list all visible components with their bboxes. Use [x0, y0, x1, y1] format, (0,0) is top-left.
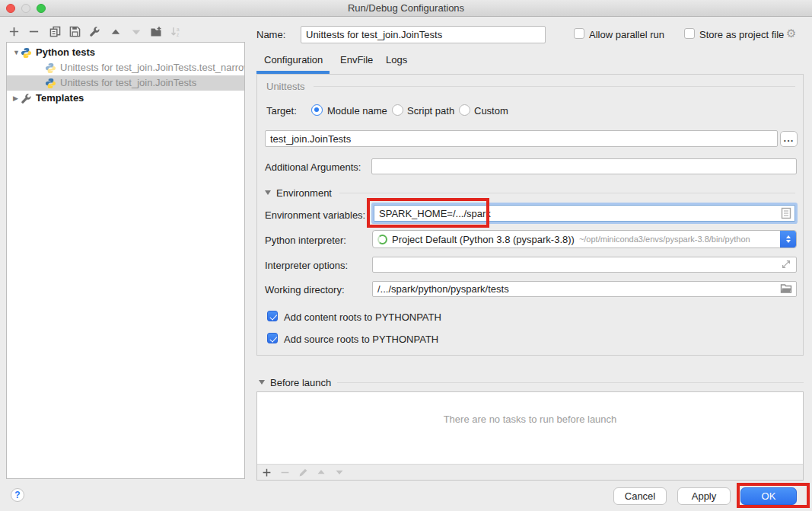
name-label: Name:: [256, 29, 285, 40]
configuration-panel: Unittests Target: Module name Script pat…: [256, 74, 804, 356]
working-directory-label: Working directory:: [265, 284, 345, 295]
browse-variables-icon[interactable]: [781, 207, 791, 222]
configurations-tree: ▼ Python tests Unittests for test_join.J…: [6, 42, 245, 479]
environment-divider: [339, 193, 795, 193]
apply-button[interactable]: Apply: [677, 487, 731, 505]
allow-parallel-run-checkbox[interactable]: [574, 28, 584, 39]
working-directory-input[interactable]: [372, 281, 797, 297]
move-task-down-icon: [330, 468, 349, 477]
move-down-icon: [129, 25, 142, 38]
python-interpreter-label: Python interpreter:: [265, 235, 346, 246]
copy-configuration-icon[interactable]: [49, 25, 62, 38]
before-launch-toolbar: [257, 464, 803, 480]
module-name-input[interactable]: [265, 130, 778, 147]
expand-field-icon[interactable]: [781, 259, 791, 272]
add-configuration-icon[interactable]: [8, 25, 21, 38]
before-launch-header[interactable]: Before launch: [270, 377, 331, 388]
move-task-up-icon: [312, 468, 330, 477]
add-task-icon[interactable]: [257, 468, 275, 477]
collapsed-arrow-icon[interactable]: ▶: [13, 91, 21, 106]
interpreter-options-input[interactable]: [372, 257, 797, 273]
edit-templates-wrench-icon[interactable]: [88, 25, 101, 38]
unittests-group-title: Unittests: [266, 81, 305, 92]
target-custom-radio[interactable]: [459, 104, 470, 116]
svg-text:z: z: [177, 32, 179, 37]
store-as-project-file-label: Store as project file: [699, 29, 784, 40]
combo-stepper-icon[interactable]: [780, 230, 796, 248]
remove-task-icon: [275, 468, 294, 477]
tab-configuration[interactable]: Configuration: [264, 54, 323, 65]
create-folder-icon[interactable]: [149, 25, 162, 38]
python-interpreter-select[interactable]: Project Default (Python 3.8 (pyspark-3.8…: [372, 230, 797, 248]
tab-envfile[interactable]: EnvFile: [340, 54, 373, 65]
target-script-path-label: Script path: [407, 105, 454, 117]
python-icon: [45, 78, 56, 89]
add-source-roots-checkbox[interactable]: [267, 333, 278, 343]
remove-configuration-icon[interactable]: [27, 25, 40, 38]
edit-task-pencil-icon: [294, 468, 312, 477]
python-icon: [21, 47, 32, 59]
expanded-arrow-icon[interactable]: ▼: [13, 45, 21, 60]
help-button[interactable]: ?: [11, 488, 24, 502]
tree-item-label: Unittests for test_join.JoinTests: [60, 75, 196, 91]
title-bar: Run/Debug Configurations: [0, 0, 812, 17]
additional-arguments-input[interactable]: [371, 158, 797, 174]
move-up-icon[interactable]: [109, 25, 122, 38]
target-script-path-radio[interactable]: [392, 104, 403, 116]
add-source-roots-label: Add source roots to PYTHONPATH: [284, 334, 438, 345]
target-module-name-label: Module name: [327, 105, 387, 117]
cancel-button[interactable]: Cancel: [613, 487, 667, 505]
before-launch-divider: [337, 382, 804, 383]
additional-arguments-label: Additional Arguments:: [265, 161, 361, 173]
browse-module-button[interactable]: ...: [780, 131, 798, 147]
folder-icon[interactable]: [780, 283, 792, 296]
save-configuration-icon[interactable]: [68, 25, 81, 38]
add-content-roots-checkbox[interactable]: [267, 311, 278, 321]
run-debug-configurations-dialog: Run/Debug Configurations az ▼ Python tes…: [0, 0, 812, 511]
annotation-box-environment-variables: [367, 198, 489, 228]
environment-variables-label: Environment variables:: [265, 209, 365, 221]
sort-configurations-icon: az: [169, 25, 182, 38]
before-launch-task-list: There are no tasks to run before launch: [256, 391, 804, 481]
before-launch-collapse-arrow-icon[interactable]: [259, 380, 265, 385]
tree-item-label: Python tests: [36, 45, 95, 60]
interpreter-value: Project Default (Python 3.8 (pyspark-3.8…: [392, 234, 575, 245]
gear-icon[interactable]: ⚙: [786, 27, 796, 40]
python-icon: [45, 62, 56, 74]
allow-parallel-run-label: Allow parallel run: [589, 29, 664, 40]
store-as-project-file-checkbox[interactable]: [684, 28, 695, 39]
name-input[interactable]: [301, 26, 546, 43]
tree-item-label: Templates: [36, 91, 84, 106]
interpreter-path: ~/opt/miniconda3/envs/pyspark-3.8/bin/py…: [579, 235, 796, 244]
window-title: Run/Debug Configurations: [0, 2, 812, 14]
target-module-name-radio[interactable]: [311, 104, 323, 116]
tree-item-unittests-jointests-selected[interactable]: Unittests for test_join.JoinTests: [7, 75, 244, 91]
target-label: Target:: [266, 105, 297, 117]
wrench-icon: [21, 93, 32, 104]
group-divider: [314, 86, 795, 87]
target-custom-label: Custom: [474, 105, 508, 117]
environment-section-header[interactable]: Environment: [276, 187, 332, 199]
before-launch-empty-text: There are no tasks to run before launch: [257, 414, 803, 425]
environment-collapse-arrow-icon[interactable]: [265, 190, 271, 195]
tab-logs[interactable]: Logs: [386, 54, 407, 65]
interpreter-options-label: Interpreter options:: [265, 260, 348, 271]
tree-item-python-tests[interactable]: ▼ Python tests: [7, 45, 244, 60]
svg-text:a: a: [177, 26, 180, 31]
tree-item-unittests-test-narrow[interactable]: Unittests for test_join.JoinTests.test_n…: [7, 60, 244, 75]
conda-environment-icon: [377, 235, 387, 244]
tree-item-label: Unittests for test_join.JoinTests.test_n…: [60, 60, 244, 75]
annotation-box-ok-button: [737, 483, 810, 508]
tree-item-templates[interactable]: ▶ Templates: [7, 91, 244, 106]
add-content-roots-label: Add content roots to PYTHONPATH: [284, 311, 441, 323]
